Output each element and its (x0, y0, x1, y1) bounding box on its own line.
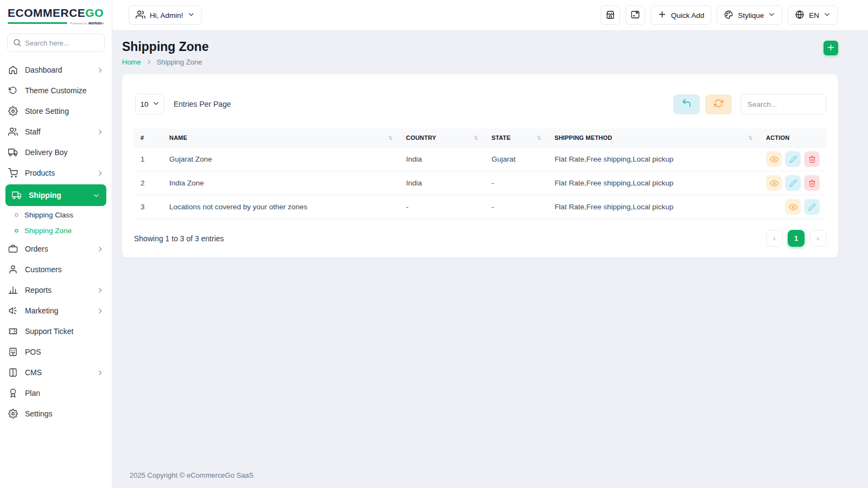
eye-icon (770, 155, 778, 164)
view-button[interactable] (766, 175, 782, 191)
sidebar-item-store-setting[interactable]: Store Setting (0, 101, 112, 121)
column-header-state[interactable]: STATE⇅ (485, 129, 548, 147)
sidebar-search-input[interactable] (7, 34, 105, 52)
cell-number: 1 (134, 147, 163, 171)
main-area: Hi, Admin! Quick Add Stylique EN (112, 0, 868, 488)
palette-icon (724, 10, 733, 21)
column-header-label: ACTION (766, 134, 789, 141)
cell-country: India (400, 171, 485, 195)
refresh-button[interactable] (705, 94, 732, 114)
sidebar-search (7, 34, 105, 52)
user-menu-button[interactable]: Hi, Admin! (129, 5, 202, 25)
sidebar-item-label: Marketing (25, 306, 58, 315)
sidebar-item-label: CMS (25, 368, 42, 377)
chevron-right-icon (97, 287, 104, 294)
column-header--: # (134, 129, 163, 147)
table-footer: Showing 1 to 3 of 3 entries ‹ 1 › (134, 230, 826, 247)
cell-actions (760, 171, 826, 195)
cell-country: - (400, 195, 485, 219)
sidebar-item-pos[interactable]: POS (0, 342, 112, 362)
logo: ECOMMERCEGO Powered by workdo● (0, 0, 112, 28)
sidebar-item-orders[interactable]: Orders (0, 239, 112, 259)
sidebar-item-label: Plan (25, 389, 40, 397)
cell-state: Gujarat (485, 147, 548, 171)
undo-button[interactable] (673, 94, 700, 114)
sort-icon[interactable]: ⇅ (533, 135, 542, 141)
users-icon (136, 10, 145, 21)
pagination-next-button[interactable]: › (809, 230, 826, 247)
users-icon (8, 127, 18, 137)
sidebar-item-label: Support Ticket (25, 327, 74, 336)
sort-icon[interactable]: ⇅ (744, 135, 753, 141)
sidebar-item-dashboard[interactable]: Dashboard (0, 60, 112, 80)
cell-state: - (485, 171, 548, 195)
eye-icon (789, 203, 797, 211)
shipping-zone-table: #NAME⇅COUNTRY⇅STATE⇅SHIPPING METHOD⇅ACTI… (134, 129, 826, 219)
sidebar-item-settings[interactable]: Settings (0, 403, 112, 424)
delete-button[interactable] (804, 151, 820, 167)
column-header-label: STATE (492, 134, 510, 141)
cell-name: Gujarat Zone (163, 147, 400, 171)
breadcrumb: Home Shipping Zone (122, 58, 209, 66)
sidebar: ECOMMERCEGO Powered by workdo● Dashboard… (0, 0, 112, 488)
language-select-button[interactable]: EN (788, 5, 838, 25)
sidebar-item-label: POS (25, 348, 41, 356)
chevron-down-icon (824, 11, 831, 20)
pagination-prev-button[interactable]: ‹ (766, 230, 783, 247)
search-icon (12, 38, 22, 49)
trash-icon (808, 156, 816, 163)
column-header-name[interactable]: NAME⇅ (163, 129, 400, 147)
column-header-label: COUNTRY (406, 134, 436, 141)
table-row: 3Locations not covered by your other zon… (134, 195, 826, 219)
page-title: Shipping Zone (122, 40, 209, 54)
delete-button[interactable] (804, 175, 820, 191)
megaphone-icon (8, 306, 18, 316)
column-header-shipping-method[interactable]: SHIPPING METHOD⇅ (548, 129, 760, 147)
sidebar-item-shipping[interactable]: Shipping (5, 184, 106, 206)
storefront-icon (605, 10, 615, 21)
sidebar-item-plan[interactable]: Plan (0, 383, 112, 403)
circle-icon (14, 228, 19, 233)
table-row: 1Gujarat ZoneIndiaGujaratFlat Rate,Free … (134, 147, 826, 171)
chevron-down-icon (93, 192, 100, 199)
chevron-right-icon (97, 170, 104, 177)
user-icon (8, 265, 18, 274)
sidebar-item-cms[interactable]: CMS (0, 362, 112, 383)
sort-icon[interactable]: ⇅ (384, 135, 393, 141)
view-button[interactable] (785, 199, 801, 215)
quick-add-button[interactable]: Quick Add (650, 5, 712, 25)
sidebar-item-support-ticket[interactable]: Support Ticket (0, 321, 112, 342)
pagination-page-1-button[interactable]: 1 (788, 230, 805, 247)
powered-by: Powered by workdo● (71, 21, 104, 25)
edit-button[interactable] (804, 199, 820, 215)
pagination: ‹ 1 › (766, 230, 826, 247)
column-header-label: # (141, 134, 144, 141)
sidebar-item-label: Orders (25, 245, 48, 253)
cell-number: 2 (134, 171, 163, 195)
column-header-country[interactable]: COUNTRY⇅ (400, 129, 485, 147)
entries-per-page-select[interactable]: 10 (135, 94, 164, 114)
sidebar-item-customers[interactable]: Customers (0, 259, 112, 280)
undo-icon (681, 98, 692, 110)
sidebar-item-staff[interactable]: Staff (0, 121, 112, 142)
table-search-input[interactable] (741, 94, 826, 114)
sidebar-item-marketing[interactable]: Marketing (0, 300, 112, 321)
sidebar-item-reports[interactable]: Reports (0, 280, 112, 300)
sidebar-item-products[interactable]: Products (0, 163, 112, 183)
note-card-button[interactable] (626, 5, 645, 25)
sidebar-subitem-shipping-zone[interactable]: Shipping Zone (0, 223, 112, 239)
view-button[interactable] (766, 151, 782, 167)
add-shipping-zone-button[interactable] (824, 41, 838, 55)
breadcrumb-home-link[interactable]: Home (122, 58, 141, 66)
edit-button[interactable] (785, 175, 801, 191)
entries-per-page-label: Entries Per Page (174, 100, 231, 108)
theme-select-button[interactable]: Stylique (717, 5, 782, 25)
trash-icon (808, 179, 816, 187)
column-header-label: SHIPPING METHOD (554, 134, 612, 141)
sidebar-item-theme-customize[interactable]: Theme Customize (0, 80, 112, 101)
storefront-button[interactable] (601, 5, 620, 25)
sidebar-subitem-shipping-class[interactable]: Shipping Class (0, 207, 112, 223)
sidebar-item-delivery-boy[interactable]: Delivery Boy (0, 142, 112, 163)
sort-icon[interactable]: ⇅ (469, 135, 478, 141)
edit-button[interactable] (785, 151, 801, 167)
